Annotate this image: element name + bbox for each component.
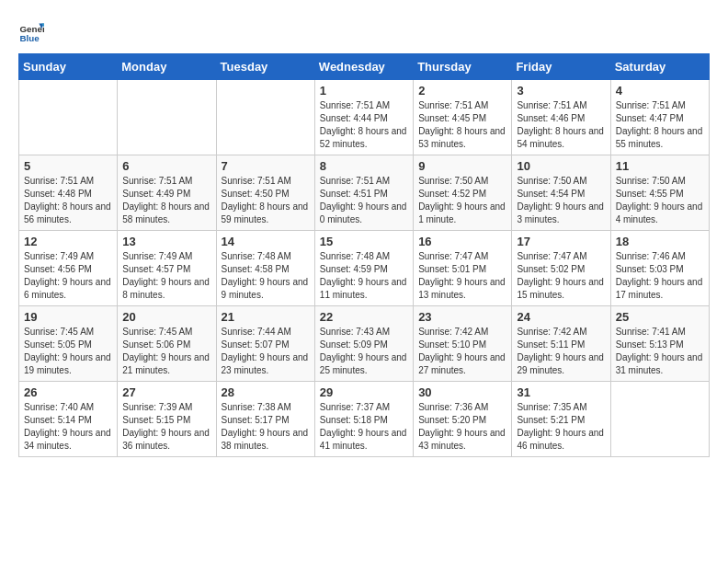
day-number: 24 <box>517 310 605 324</box>
day-number: 21 <box>222 310 310 324</box>
calendar-cell: 10Sunrise: 7:50 AM Sunset: 4:54 PM Dayli… <box>512 155 610 231</box>
calendar-cell <box>19 80 118 155</box>
calendar-week-row: 12Sunrise: 7:49 AM Sunset: 4:56 PM Dayli… <box>19 231 710 306</box>
day-info: Sunrise: 7:38 AM Sunset: 5:17 PM Dayligh… <box>222 401 310 453</box>
day-info: Sunrise: 7:36 AM Sunset: 5:20 PM Dayligh… <box>418 401 506 453</box>
day-info: Sunrise: 7:37 AM Sunset: 5:18 PM Dayligh… <box>320 401 408 453</box>
day-info: Sunrise: 7:51 AM Sunset: 4:50 PM Dayligh… <box>222 175 310 226</box>
day-info: Sunrise: 7:50 AM Sunset: 4:52 PM Dayligh… <box>418 175 506 226</box>
calendar-cell: 27Sunrise: 7:39 AM Sunset: 5:15 PM Dayli… <box>118 382 216 457</box>
calendar-cell: 22Sunrise: 7:43 AM Sunset: 5:09 PM Dayli… <box>314 306 413 382</box>
svg-text:Blue: Blue <box>19 33 40 43</box>
day-info: Sunrise: 7:45 AM Sunset: 5:06 PM Dayligh… <box>122 326 210 377</box>
day-number: 7 <box>222 159 310 173</box>
calendar-cell <box>118 80 216 155</box>
day-number: 9 <box>418 159 506 173</box>
day-info: Sunrise: 7:51 AM Sunset: 4:47 PM Dayligh… <box>616 99 704 151</box>
calendar-cell: 28Sunrise: 7:38 AM Sunset: 5:17 PM Dayli… <box>216 382 314 457</box>
calendar-cell: 11Sunrise: 7:50 AM Sunset: 4:55 PM Dayli… <box>610 155 709 231</box>
calendar-cell: 12Sunrise: 7:49 AM Sunset: 4:56 PM Dayli… <box>19 231 118 306</box>
calendar-week-row: 1Sunrise: 7:51 AM Sunset: 4:44 PM Daylig… <box>19 80 710 155</box>
day-info: Sunrise: 7:39 AM Sunset: 5:15 PM Dayligh… <box>122 401 210 453</box>
day-info: Sunrise: 7:42 AM Sunset: 5:10 PM Dayligh… <box>418 326 506 377</box>
calendar-day-header: Saturday <box>610 54 709 80</box>
logo: General Blue <box>18 18 48 44</box>
day-number: 1 <box>320 84 408 98</box>
calendar-cell: 23Sunrise: 7:42 AM Sunset: 5:10 PM Dayli… <box>414 306 512 382</box>
day-number: 18 <box>616 235 704 248</box>
day-info: Sunrise: 7:40 AM Sunset: 5:14 PM Dayligh… <box>24 401 112 453</box>
day-number: 14 <box>222 235 310 248</box>
calendar-day-header: Wednesday <box>314 54 413 80</box>
day-number: 11 <box>616 159 704 173</box>
header-area: General Blue <box>18 18 710 44</box>
calendar-cell: 24Sunrise: 7:42 AM Sunset: 5:11 PM Dayli… <box>512 306 610 382</box>
day-info: Sunrise: 7:44 AM Sunset: 5:07 PM Dayligh… <box>222 326 310 377</box>
day-number: 31 <box>517 385 605 399</box>
day-info: Sunrise: 7:41 AM Sunset: 5:13 PM Dayligh… <box>616 326 704 377</box>
day-number: 6 <box>122 159 210 173</box>
day-number: 2 <box>418 84 506 98</box>
calendar-cell: 31Sunrise: 7:35 AM Sunset: 5:21 PM Dayli… <box>512 382 610 457</box>
calendar-week-row: 26Sunrise: 7:40 AM Sunset: 5:14 PM Dayli… <box>19 382 710 457</box>
calendar-cell: 16Sunrise: 7:47 AM Sunset: 5:01 PM Dayli… <box>414 231 512 306</box>
day-number: 28 <box>222 385 310 399</box>
day-number: 25 <box>616 310 704 324</box>
calendar-day-header: Sunday <box>19 54 118 80</box>
day-info: Sunrise: 7:51 AM Sunset: 4:46 PM Dayligh… <box>517 99 605 151</box>
calendar-cell: 18Sunrise: 7:46 AM Sunset: 5:03 PM Dayli… <box>610 231 709 306</box>
day-number: 15 <box>320 235 408 248</box>
calendar-cell: 15Sunrise: 7:48 AM Sunset: 4:59 PM Dayli… <box>314 231 413 306</box>
day-number: 12 <box>24 235 112 248</box>
day-number: 26 <box>24 385 112 399</box>
day-number: 23 <box>418 310 506 324</box>
day-number: 29 <box>320 385 408 399</box>
calendar-header-row: SundayMondayTuesdayWednesdayThursdayFrid… <box>19 54 710 80</box>
calendar-cell: 7Sunrise: 7:51 AM Sunset: 4:50 PM Daylig… <box>216 155 314 231</box>
calendar-cell: 30Sunrise: 7:36 AM Sunset: 5:20 PM Dayli… <box>414 382 512 457</box>
day-info: Sunrise: 7:51 AM Sunset: 4:51 PM Dayligh… <box>320 175 408 226</box>
day-info: Sunrise: 7:51 AM Sunset: 4:49 PM Dayligh… <box>122 175 210 226</box>
day-info: Sunrise: 7:49 AM Sunset: 4:57 PM Dayligh… <box>122 250 210 302</box>
calendar-cell: 25Sunrise: 7:41 AM Sunset: 5:13 PM Dayli… <box>610 306 709 382</box>
logo-icon: General Blue <box>18 18 44 44</box>
day-info: Sunrise: 7:51 AM Sunset: 4:48 PM Dayligh… <box>24 175 112 226</box>
calendar-day-header: Tuesday <box>216 54 314 80</box>
day-info: Sunrise: 7:43 AM Sunset: 5:09 PM Dayligh… <box>320 326 408 377</box>
calendar-cell: 21Sunrise: 7:44 AM Sunset: 5:07 PM Dayli… <box>216 306 314 382</box>
calendar-day-header: Monday <box>118 54 216 80</box>
calendar-day-header: Friday <box>512 54 610 80</box>
calendar-cell: 13Sunrise: 7:49 AM Sunset: 4:57 PM Dayli… <box>118 231 216 306</box>
calendar-cell: 17Sunrise: 7:47 AM Sunset: 5:02 PM Dayli… <box>512 231 610 306</box>
day-info: Sunrise: 7:35 AM Sunset: 5:21 PM Dayligh… <box>517 401 605 453</box>
day-info: Sunrise: 7:48 AM Sunset: 4:58 PM Dayligh… <box>222 250 310 302</box>
calendar-cell: 4Sunrise: 7:51 AM Sunset: 4:47 PM Daylig… <box>610 80 709 155</box>
day-info: Sunrise: 7:42 AM Sunset: 5:11 PM Dayligh… <box>517 326 605 377</box>
day-number: 17 <box>517 235 605 248</box>
calendar-cell: 2Sunrise: 7:51 AM Sunset: 4:45 PM Daylig… <box>414 80 512 155</box>
calendar-cell: 14Sunrise: 7:48 AM Sunset: 4:58 PM Dayli… <box>216 231 314 306</box>
calendar-table: SundayMondayTuesdayWednesdayThursdayFrid… <box>18 53 710 457</box>
calendar-week-row: 5Sunrise: 7:51 AM Sunset: 4:48 PM Daylig… <box>19 155 710 231</box>
day-number: 19 <box>24 310 112 324</box>
day-number: 8 <box>320 159 408 173</box>
day-number: 20 <box>122 310 210 324</box>
calendar-cell <box>216 80 314 155</box>
day-info: Sunrise: 7:49 AM Sunset: 4:56 PM Dayligh… <box>24 250 112 302</box>
calendar-week-row: 19Sunrise: 7:45 AM Sunset: 5:05 PM Dayli… <box>19 306 710 382</box>
calendar-cell: 6Sunrise: 7:51 AM Sunset: 4:49 PM Daylig… <box>118 155 216 231</box>
day-info: Sunrise: 7:45 AM Sunset: 5:05 PM Dayligh… <box>24 326 112 377</box>
day-info: Sunrise: 7:50 AM Sunset: 4:55 PM Dayligh… <box>616 175 704 226</box>
calendar-cell: 20Sunrise: 7:45 AM Sunset: 5:06 PM Dayli… <box>118 306 216 382</box>
day-number: 22 <box>320 310 408 324</box>
day-info: Sunrise: 7:51 AM Sunset: 4:44 PM Dayligh… <box>320 99 408 151</box>
calendar-cell <box>610 382 709 457</box>
day-number: 4 <box>616 84 704 98</box>
day-number: 27 <box>122 385 210 399</box>
day-info: Sunrise: 7:47 AM Sunset: 5:01 PM Dayligh… <box>418 250 506 302</box>
calendar-cell: 5Sunrise: 7:51 AM Sunset: 4:48 PM Daylig… <box>19 155 118 231</box>
day-number: 10 <box>517 159 605 173</box>
calendar-cell: 26Sunrise: 7:40 AM Sunset: 5:14 PM Dayli… <box>19 382 118 457</box>
day-info: Sunrise: 7:51 AM Sunset: 4:45 PM Dayligh… <box>418 99 506 151</box>
calendar-cell: 8Sunrise: 7:51 AM Sunset: 4:51 PM Daylig… <box>314 155 413 231</box>
